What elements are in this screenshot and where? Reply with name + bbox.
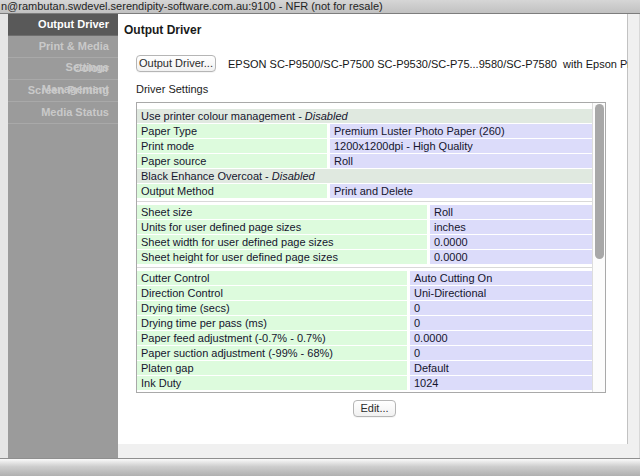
settings-group: Sheet sizeRollUnits for user defined pag… — [137, 205, 592, 264]
window-title-bar[interactable]: n@rambutan.swdevel.serendipity-software.… — [0, 0, 640, 14]
settings-row[interactable]: Sheet width for user defined page sizes0… — [137, 235, 592, 249]
setting-label-cell: Paper suction adjustment (-99% - 68%) — [137, 346, 407, 360]
setting-label: Drying time per pass (ms) — [141, 317, 267, 329]
setting-label: Output Method — [141, 185, 214, 197]
settings-row[interactable]: Sheet height for user defined page sizes… — [137, 250, 592, 264]
setting-value: 1200x1200dpi - High Quality — [334, 140, 473, 152]
sidebar-item-colour-management[interactable]: Colour Management — [8, 58, 118, 80]
vertical-scrollbar-track[interactable] — [592, 103, 605, 392]
setting-value-cell: Roll — [330, 154, 592, 168]
sidebar-item-print-media-settings[interactable]: Print & Media Settings — [8, 36, 118, 58]
setting-label: Ink Duty — [141, 377, 181, 389]
setting-label-cell: Platen gap — [137, 361, 407, 375]
sidebar-item-media-status[interactable]: Media Status — [8, 102, 118, 124]
settings-row[interactable]: Paper feed adjustment (-0.7% - 0.7%)0.00… — [137, 331, 592, 345]
setting-label-cell: Sheet size — [137, 205, 427, 219]
settings-row[interactable]: Paper suction adjustment (-99% - 68%)0 — [137, 346, 592, 360]
setting-value-cell: 0 — [410, 346, 592, 360]
setting-value-cell: 0 — [410, 301, 592, 315]
setting-label: Sheet width for user defined page sizes — [141, 236, 334, 248]
settings-row[interactable]: Black Enhance Overcoat - Disabled — [137, 169, 592, 183]
setting-value: Roll — [434, 206, 453, 218]
setting-value-cell: Default — [410, 361, 592, 375]
window-right-margin — [628, 14, 640, 458]
setting-label-cell: Drying time (secs) — [137, 301, 407, 315]
setting-value: 0 — [414, 317, 420, 329]
setting-value: 0.0000 — [434, 251, 468, 263]
setting-label-cell: Paper feed adjustment (-0.7% - 0.7%) — [137, 331, 407, 345]
setting-value: Print and Delete — [334, 185, 413, 197]
driver-name-text: EPSON SC-P9500/SC-P7500 SC-P9530/SC-P75.… — [228, 58, 640, 70]
window-left-edge — [0, 14, 8, 458]
setting-value-cell: 0.0000 — [410, 331, 592, 345]
setting-label: Use printer colour management - — [141, 110, 305, 122]
setting-value: 0 — [414, 347, 420, 359]
setting-label: Paper Type — [141, 125, 197, 137]
setting-value: 0.0000 — [414, 332, 448, 344]
setting-label: Paper suction adjustment (-99% - 68%) — [141, 347, 333, 359]
setting-label-cell: Direction Control — [137, 286, 407, 300]
setting-label-cell: Print mode — [137, 139, 327, 153]
setting-value-cell: Uni-Directional — [410, 286, 592, 300]
settings-row[interactable]: Output MethodPrint and Delete — [137, 184, 592, 198]
setting-label: Units for user defined page sizes — [141, 221, 301, 233]
settings-row[interactable]: Direction ControlUni-Directional — [137, 286, 592, 300]
sidebar-nav: Output DriverPrint & Media SettingsColou… — [8, 14, 118, 458]
sidebar-item-label: Output Driver — [38, 18, 109, 30]
settings-row[interactable]: Platen gapDefault — [137, 361, 592, 375]
driver-settings-label: Driver Settings — [136, 83, 208, 95]
setting-value-cell: Roll — [430, 205, 592, 219]
output-driver-button[interactable]: Output Driver... — [136, 55, 216, 72]
settings-row[interactable]: Units for user defined page sizesinches — [137, 220, 592, 234]
setting-value: inches — [434, 221, 466, 233]
settings-group: Cutter ControlAuto Cutting OnDirection C… — [137, 271, 592, 390]
setting-value: Disabled — [305, 110, 348, 122]
setting-value-cell: 1200x1200dpi - High Quality — [330, 139, 592, 153]
setting-value: 0.0000 — [434, 236, 468, 248]
setting-banner-cell: Use printer colour management - Disabled — [137, 109, 592, 123]
settings-row[interactable]: Use printer colour management - Disabled — [137, 109, 592, 123]
output-driver-panel: Output Driver Output Driver... EPSON SC-… — [118, 14, 628, 444]
setting-label-cell: Output Method — [137, 184, 327, 198]
settings-row[interactable]: Drying time per pass (ms)0 — [137, 316, 592, 330]
setting-label: Print mode — [141, 140, 194, 152]
setting-value-cell: 0.0000 — [430, 250, 592, 264]
sidebar-item-screen-printing[interactable]: Screen Printing — [8, 80, 118, 102]
setting-label-cell: Paper source — [137, 154, 327, 168]
settings-row[interactable]: Paper sourceRoll — [137, 154, 592, 168]
setting-value-cell: 0.0000 — [430, 235, 592, 249]
setting-value: Premium Luster Photo Paper (260) — [334, 125, 505, 137]
setting-banner-cell: Black Enhance Overcoat - Disabled — [137, 169, 592, 183]
setting-value-cell: Auto Cutting On — [410, 271, 592, 285]
edit-button[interactable]: Edit... — [353, 400, 396, 417]
settings-row[interactable]: Print mode1200x1200dpi - High Quality — [137, 139, 592, 153]
window-body: Output DriverPrint & Media SettingsColou… — [0, 14, 640, 458]
setting-label-cell: Ink Duty — [137, 376, 407, 390]
setting-value: Disabled — [272, 170, 315, 182]
setting-label: Black Enhance Overcoat - — [141, 170, 272, 182]
settings-group: Use printer colour management - Disabled… — [137, 109, 592, 198]
setting-value-cell: inches — [430, 220, 592, 234]
sidebar-item-output-driver[interactable]: Output Driver — [8, 14, 118, 36]
setting-value-cell: Print and Delete — [330, 184, 592, 198]
settings-row[interactable]: Paper TypePremium Luster Photo Paper (26… — [137, 124, 592, 138]
settings-row[interactable]: Sheet sizeRoll — [137, 205, 592, 219]
sidebar-item-label: Media Status — [41, 106, 109, 118]
setting-value: 1024 — [414, 377, 438, 389]
settings-row[interactable]: Ink Duty1024 — [137, 376, 592, 390]
group-separator — [137, 201, 592, 202]
setting-label: Drying time (secs) — [141, 302, 230, 314]
setting-label: Sheet size — [141, 206, 192, 218]
setting-value: Default — [414, 362, 449, 374]
setting-value: Roll — [334, 155, 353, 167]
setting-label: Paper source — [141, 155, 206, 167]
setting-label-cell: Drying time per pass (ms) — [137, 316, 407, 330]
driver-settings-table: Use printer colour management - Disabled… — [137, 103, 592, 392]
settings-row[interactable]: Drying time (secs)0 — [137, 301, 592, 315]
setting-label: Sheet height for user defined page sizes — [141, 251, 338, 263]
vertical-scrollbar-thumb[interactable] — [595, 104, 604, 259]
setting-value-cell: 0 — [410, 316, 592, 330]
setting-label-cell: Sheet width for user defined page sizes — [137, 235, 427, 249]
window-bottom-bar — [0, 458, 640, 476]
settings-row[interactable]: Cutter ControlAuto Cutting On — [137, 271, 592, 285]
